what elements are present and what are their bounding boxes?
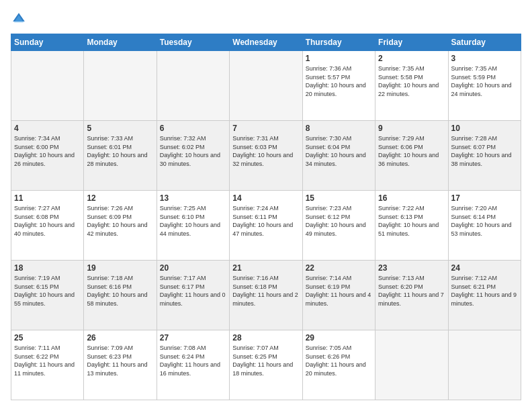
calendar-cell: 20Sunrise: 7:17 AM Sunset: 6:17 PM Dayli… [157,261,229,330]
calendar-cell: 19Sunrise: 7:18 AM Sunset: 6:16 PM Dayli… [84,261,157,330]
calendar-cell: 3Sunrise: 7:35 AM Sunset: 5:59 PM Daylig… [448,51,521,121]
calendar-cell: 29Sunrise: 7:05 AM Sunset: 6:26 PM Dayli… [302,330,375,400]
calendar-cell: 22Sunrise: 7:14 AM Sunset: 6:19 PM Dayli… [302,261,375,330]
day-number: 8 [306,124,372,133]
day-number: 7 [232,124,299,133]
day-info: Sunrise: 7:22 AM Sunset: 6:13 PM Dayligh… [378,204,445,238]
calendar-cell: 23Sunrise: 7:13 AM Sunset: 6:20 PM Dayli… [375,261,448,330]
calendar-cell: 2Sunrise: 7:35 AM Sunset: 5:58 PM Daylig… [375,51,448,121]
day-number: 3 [451,54,518,63]
calendar-cell: 4Sunrise: 7:34 AM Sunset: 6:00 PM Daylig… [11,121,84,191]
day-number: 22 [306,263,372,273]
day-info: Sunrise: 7:34 AM Sunset: 6:00 PM Dayligh… [14,134,81,168]
calendar-cell: 27Sunrise: 7:08 AM Sunset: 6:24 PM Dayli… [157,330,229,400]
logo-icon [11,11,27,27]
calendar-cell: 13Sunrise: 7:25 AM Sunset: 6:10 PM Dayli… [157,191,229,261]
day-info: Sunrise: 7:35 AM Sunset: 5:58 PM Dayligh… [378,64,445,98]
calendar-cell: 21Sunrise: 7:16 AM Sunset: 6:18 PM Dayli… [230,261,302,330]
day-info: Sunrise: 7:27 AM Sunset: 6:08 PM Dayligh… [14,204,81,238]
calendar-cell: 8Sunrise: 7:30 AM Sunset: 6:04 PM Daylig… [302,121,375,191]
calendar-cell: 25Sunrise: 7:11 AM Sunset: 6:22 PM Dayli… [11,330,84,400]
calendar-cell: 16Sunrise: 7:22 AM Sunset: 6:13 PM Dayli… [375,191,448,261]
header [11,11,521,27]
calendar-page: SundayMondayTuesdayWednesdayThursdayFrid… [0,0,532,411]
day-info: Sunrise: 7:25 AM Sunset: 6:10 PM Dayligh… [160,204,226,238]
day-header-wednesday: Wednesday [230,34,302,51]
week-row-2: 4Sunrise: 7:34 AM Sunset: 6:00 PM Daylig… [11,121,521,191]
day-info: Sunrise: 7:12 AM Sunset: 6:21 PM Dayligh… [451,274,518,308]
calendar-cell [448,330,521,400]
day-info: Sunrise: 7:35 AM Sunset: 5:59 PM Dayligh… [451,64,518,98]
calendar-cell: 11Sunrise: 7:27 AM Sunset: 6:08 PM Dayli… [11,191,84,261]
calendar-cell: 28Sunrise: 7:07 AM Sunset: 6:25 PM Dayli… [230,330,302,400]
calendar-cell: 24Sunrise: 7:12 AM Sunset: 6:21 PM Dayli… [448,261,521,330]
week-row-3: 11Sunrise: 7:27 AM Sunset: 6:08 PM Dayli… [11,191,521,261]
day-number: 10 [451,124,518,133]
day-header-saturday: Saturday [448,34,521,51]
day-info: Sunrise: 7:26 AM Sunset: 6:09 PM Dayligh… [87,204,153,238]
day-number: 21 [232,263,299,273]
day-header-thursday: Thursday [302,34,375,51]
calendar-cell: 5Sunrise: 7:33 AM Sunset: 6:01 PM Daylig… [84,121,157,191]
calendar-cell: 26Sunrise: 7:09 AM Sunset: 6:23 PM Dayli… [84,330,157,400]
calendar-header-row: SundayMondayTuesdayWednesdayThursdayFrid… [11,34,521,51]
calendar-cell [230,51,302,121]
day-number: 20 [160,263,226,273]
day-info: Sunrise: 7:32 AM Sunset: 6:02 PM Dayligh… [160,134,226,168]
calendar-cell [157,51,229,121]
day-number: 25 [14,333,81,342]
day-info: Sunrise: 7:19 AM Sunset: 6:15 PM Dayligh… [14,274,81,308]
calendar-cell [11,51,84,121]
day-info: Sunrise: 7:11 AM Sunset: 6:22 PM Dayligh… [14,344,81,377]
day-info: Sunrise: 7:08 AM Sunset: 6:24 PM Dayligh… [160,344,226,377]
day-header-sunday: Sunday [11,34,84,51]
day-number: 14 [232,193,299,203]
calendar-cell: 15Sunrise: 7:23 AM Sunset: 6:12 PM Dayli… [302,191,375,261]
day-info: Sunrise: 7:33 AM Sunset: 6:01 PM Dayligh… [87,134,153,168]
calendar-cell: 18Sunrise: 7:19 AM Sunset: 6:15 PM Dayli… [11,261,84,330]
day-number: 23 [378,263,445,273]
day-number: 19 [87,263,153,273]
logo [11,11,30,27]
day-info: Sunrise: 7:20 AM Sunset: 6:14 PM Dayligh… [451,204,518,238]
day-info: Sunrise: 7:14 AM Sunset: 6:19 PM Dayligh… [306,274,372,308]
day-info: Sunrise: 7:16 AM Sunset: 6:18 PM Dayligh… [232,274,299,308]
day-info: Sunrise: 7:09 AM Sunset: 6:23 PM Dayligh… [87,344,153,377]
week-row-4: 18Sunrise: 7:19 AM Sunset: 6:15 PM Dayli… [11,261,521,330]
calendar-cell: 14Sunrise: 7:24 AM Sunset: 6:11 PM Dayli… [230,191,302,261]
day-header-tuesday: Tuesday [157,34,229,51]
calendar-cell: 7Sunrise: 7:31 AM Sunset: 6:03 PM Daylig… [230,121,302,191]
day-number: 17 [451,193,518,203]
calendar-table: SundayMondayTuesdayWednesdayThursdayFrid… [11,34,521,400]
day-info: Sunrise: 7:31 AM Sunset: 6:03 PM Dayligh… [232,134,299,168]
day-info: Sunrise: 7:28 AM Sunset: 6:07 PM Dayligh… [451,134,518,168]
day-number: 9 [378,124,445,133]
week-row-1: 1Sunrise: 7:36 AM Sunset: 5:57 PM Daylig… [11,51,521,121]
calendar-cell: 17Sunrise: 7:20 AM Sunset: 6:14 PM Dayli… [448,191,521,261]
day-info: Sunrise: 7:07 AM Sunset: 6:25 PM Dayligh… [232,344,299,377]
day-number: 24 [451,263,518,273]
calendar-cell: 9Sunrise: 7:29 AM Sunset: 6:06 PM Daylig… [375,121,448,191]
week-row-5: 25Sunrise: 7:11 AM Sunset: 6:22 PM Dayli… [11,330,521,400]
day-number: 11 [14,193,81,203]
day-info: Sunrise: 7:24 AM Sunset: 6:11 PM Dayligh… [232,204,299,238]
day-number: 28 [232,333,299,342]
day-info: Sunrise: 7:18 AM Sunset: 6:16 PM Dayligh… [87,274,153,308]
calendar-cell [375,330,448,400]
day-info: Sunrise: 7:17 AM Sunset: 6:17 PM Dayligh… [160,274,226,308]
day-number: 2 [378,54,445,63]
day-number: 29 [306,333,372,342]
day-number: 26 [87,333,153,342]
calendar-cell: 12Sunrise: 7:26 AM Sunset: 6:09 PM Dayli… [84,191,157,261]
day-header-monday: Monday [84,34,157,51]
day-info: Sunrise: 7:30 AM Sunset: 6:04 PM Dayligh… [306,134,372,168]
day-number: 16 [378,193,445,203]
day-info: Sunrise: 7:05 AM Sunset: 6:26 PM Dayligh… [306,344,372,377]
day-number: 13 [160,193,226,203]
day-number: 4 [14,124,81,133]
day-info: Sunrise: 7:13 AM Sunset: 6:20 PM Dayligh… [378,274,445,308]
calendar-cell: 1Sunrise: 7:36 AM Sunset: 5:57 PM Daylig… [302,51,375,121]
calendar-cell: 10Sunrise: 7:28 AM Sunset: 6:07 PM Dayli… [448,121,521,191]
day-number: 6 [160,124,226,133]
day-info: Sunrise: 7:29 AM Sunset: 6:06 PM Dayligh… [378,134,445,168]
